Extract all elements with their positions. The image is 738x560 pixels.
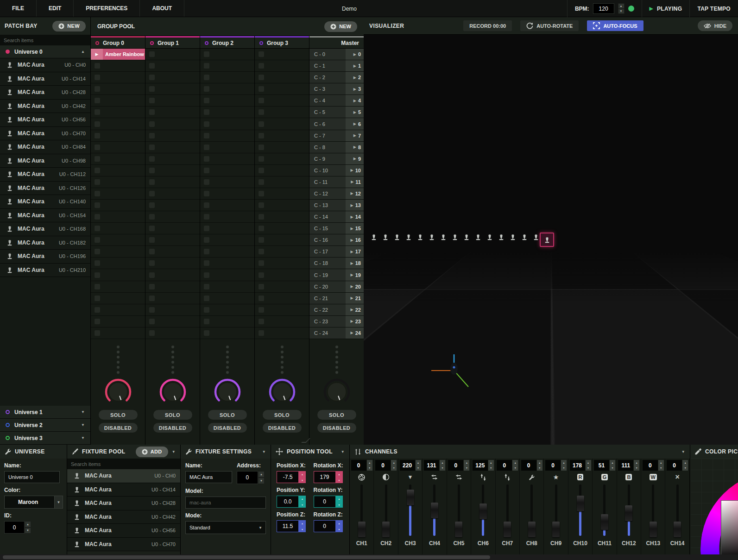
channel-value-stepper[interactable]: ▲▼ xyxy=(561,460,567,471)
channel-value[interactable]: 131 xyxy=(424,460,439,471)
cue-play-button[interactable]: ▶ 14 xyxy=(346,211,364,222)
position-field-input[interactable] xyxy=(314,471,336,483)
collapse-icon[interactable]: ▲ xyxy=(81,50,85,54)
solo-button[interactable]: SOLO xyxy=(99,410,138,420)
patch-bay-fixture-row[interactable]: MAC Aura U0 - CH56 xyxy=(0,113,90,127)
channel-slider-handle[interactable] xyxy=(625,505,632,521)
patch-bay-fixture-row[interactable]: MAC Aura U0 - CH154 xyxy=(0,209,90,223)
empty-clip-slot[interactable] xyxy=(255,200,309,211)
fixture-address-input[interactable] xyxy=(237,471,258,484)
channel-value-stepper[interactable]: ▲▼ xyxy=(512,460,518,471)
channel-slider[interactable] xyxy=(568,484,592,538)
scene-fixture[interactable] xyxy=(463,234,471,245)
solo-button[interactable]: SOLO xyxy=(317,410,356,420)
group-volume-knob[interactable] xyxy=(105,378,132,407)
empty-clip-slot[interactable] xyxy=(255,269,309,281)
disabled-button[interactable]: DISABLED xyxy=(263,423,302,433)
empty-clip-slot[interactable] xyxy=(145,258,200,269)
empty-clip-slot[interactable] xyxy=(200,304,254,316)
expand-icon[interactable]: ▼ xyxy=(81,423,85,427)
position-field-input[interactable] xyxy=(277,471,299,483)
empty-clip-slot[interactable] xyxy=(255,107,309,118)
universe-id-stepper[interactable]: ▲▼ xyxy=(25,521,31,534)
patch-bay-fixture-row[interactable]: MAC Aura U0 - CH196 xyxy=(0,250,90,264)
empty-clip-slot[interactable] xyxy=(91,246,145,258)
channel-slider[interactable] xyxy=(398,484,422,538)
tap-tempo-button[interactable]: TAP TEMPO xyxy=(689,0,738,17)
patch-bay-fixture-row[interactable]: MAC Aura U0 - CH112 xyxy=(0,168,90,182)
scene-fixture[interactable] xyxy=(452,234,459,245)
empty-clip-slot[interactable] xyxy=(145,327,200,339)
cue-play-button[interactable]: ▶ 20 xyxy=(346,281,364,292)
channel-slider-handle[interactable] xyxy=(601,514,608,530)
cue-play-button[interactable]: ▶ 18 xyxy=(346,258,364,269)
position-field-stepper[interactable]: ▲▼ xyxy=(299,496,306,508)
empty-clip-slot[interactable] xyxy=(91,176,145,188)
channel-slider[interactable] xyxy=(350,484,373,538)
empty-clip-slot[interactable] xyxy=(255,83,309,95)
empty-clip-slot[interactable] xyxy=(255,72,309,83)
patch-bay-fixture-row[interactable]: MAC Aura U0 - CH42 xyxy=(0,100,90,113)
empty-clip-slot[interactable] xyxy=(255,281,309,293)
resize-handle[interactable] xyxy=(303,438,308,443)
empty-clip-slot[interactable] xyxy=(145,269,200,281)
empty-clip-slot[interactable] xyxy=(255,49,309,60)
patch-bay-fixture-row[interactable]: MAC Aura U0 - CH140 xyxy=(0,195,90,209)
empty-clip-slot[interactable] xyxy=(200,234,254,246)
patch-bay-fixture-row[interactable]: MAC Aura U0 - CH70 xyxy=(0,127,90,141)
empty-clip-slot[interactable] xyxy=(200,223,254,234)
disabled-button[interactable]: DISABLED xyxy=(99,423,138,433)
empty-clip-slot[interactable] xyxy=(91,153,145,165)
channel-slider[interactable] xyxy=(471,484,495,538)
cue-play-button[interactable]: ▶ 8 xyxy=(346,142,364,153)
empty-clip-slot[interactable] xyxy=(200,258,254,269)
empty-clip-slot[interactable] xyxy=(200,95,254,107)
channel-slider-handle[interactable] xyxy=(577,496,584,511)
scene-fixture[interactable] xyxy=(371,234,378,245)
channel-value[interactable]: 0 xyxy=(667,460,682,471)
channel-slider[interactable] xyxy=(496,484,519,538)
channel-value[interactable]: 111 xyxy=(618,460,633,471)
empty-clip-slot[interactable] xyxy=(91,130,145,142)
scrollbar-thumb[interactable] xyxy=(3,555,490,559)
empty-clip-slot[interactable] xyxy=(145,83,200,95)
group-volume-knob[interactable] xyxy=(214,378,241,407)
channel-slider[interactable] xyxy=(641,484,665,538)
empty-clip-slot[interactable] xyxy=(145,188,200,200)
cue-play-button[interactable]: ▶ 17 xyxy=(346,246,364,257)
fixture-pool-row[interactable]: MAC Aura U0 - CH28 xyxy=(67,497,180,510)
empty-clip-slot[interactable] xyxy=(200,60,254,72)
channel-slider-handle[interactable] xyxy=(528,522,536,537)
empty-clip-slot[interactable] xyxy=(255,118,309,130)
3d-scene[interactable] xyxy=(364,35,738,445)
fixture-pool-row[interactable]: MAC Aura U0 - CH14 xyxy=(67,483,180,497)
clip-name[interactable]: Amber Rainbow xyxy=(103,49,145,60)
scene-fixture-selected[interactable] xyxy=(540,233,554,247)
fixture-model-input[interactable] xyxy=(185,497,266,509)
channel-slider[interactable] xyxy=(665,484,689,538)
channel-value-stepper[interactable]: ▲▼ xyxy=(536,460,542,471)
empty-clip-slot[interactable] xyxy=(145,142,200,153)
empty-clip-slot[interactable] xyxy=(200,211,254,223)
empty-clip-slot[interactable] xyxy=(145,72,200,83)
empty-clip-slot[interactable] xyxy=(200,153,254,165)
channel-slider-handle[interactable] xyxy=(650,522,657,537)
group-pool-new-button[interactable]: NEW xyxy=(324,21,357,32)
clip-cell[interactable]: ▶Amber Rainbow xyxy=(91,49,145,60)
chevron-down-icon[interactable]: ▼ xyxy=(262,450,266,454)
channel-value-stepper[interactable]: ▲▼ xyxy=(463,460,469,471)
empty-clip-slot[interactable] xyxy=(255,176,309,188)
empty-clip-slot[interactable] xyxy=(200,246,254,258)
channel-slider-handle[interactable] xyxy=(407,490,414,505)
empty-clip-slot[interactable] xyxy=(91,72,145,83)
cue-play-button[interactable]: ▶ 9 xyxy=(346,153,364,164)
position-field-stepper[interactable]: ▲▼ xyxy=(299,520,306,532)
scene-fixture[interactable] xyxy=(533,234,540,245)
empty-clip-slot[interactable] xyxy=(255,246,309,258)
empty-clip-slot[interactable] xyxy=(200,165,254,176)
position-field-input[interactable] xyxy=(277,520,299,532)
cue-play-button[interactable]: ▶ 16 xyxy=(346,234,364,245)
empty-clip-slot[interactable] xyxy=(255,60,309,72)
empty-clip-slot[interactable] xyxy=(200,200,254,211)
universe-0-header[interactable]: Universe 0 ▲ xyxy=(0,45,90,58)
